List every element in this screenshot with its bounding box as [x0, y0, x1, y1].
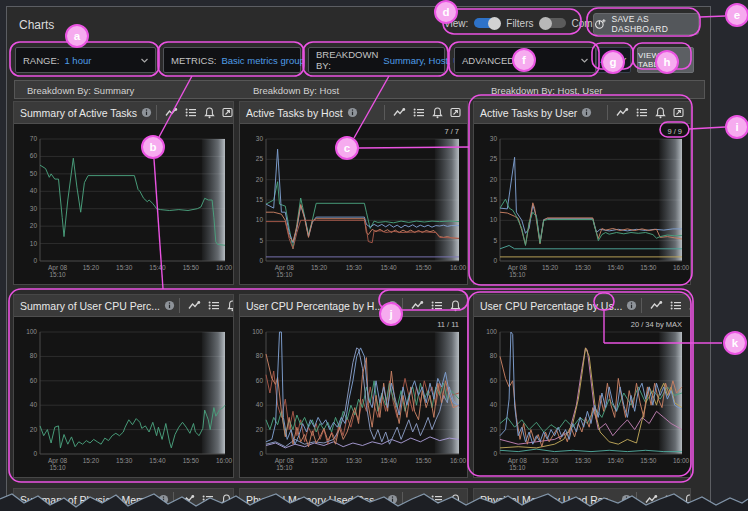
line-chart-icon[interactable] — [188, 300, 201, 311]
chart-icon-group — [402, 298, 468, 313]
advanced-dropdown[interactable]: ADVANCED: — [454, 47, 596, 73]
info-icon[interactable] — [164, 297, 175, 315]
svg-text:40: 40 — [30, 187, 38, 194]
chart-plot[interactable]: 020406080100Apr 0815:1015:2015:3015:4015… — [474, 317, 690, 477]
list-icon[interactable] — [413, 107, 425, 118]
svg-text:15: 15 — [490, 196, 498, 203]
svg-text:100: 100 — [26, 328, 37, 335]
list-icon[interactable] — [665, 494, 677, 505]
svg-text:40: 40 — [490, 401, 498, 408]
info-icon[interactable] — [141, 104, 152, 122]
svg-text:16:00: 16:00 — [673, 264, 690, 271]
svg-text:100: 100 — [252, 328, 263, 335]
svg-text:15:50: 15:50 — [183, 264, 200, 271]
list-icon[interactable] — [431, 300, 443, 311]
svg-text:5: 5 — [493, 237, 497, 244]
svg-text:0: 0 — [33, 450, 37, 457]
info-icon[interactable] — [387, 297, 398, 315]
line-chart-icon[interactable] — [411, 494, 424, 505]
chart-card: Summary of User CPU Perc...020406080100A… — [13, 294, 234, 478]
info-icon[interactable] — [626, 297, 637, 315]
info-icon[interactable] — [581, 104, 592, 122]
svg-text:15:30: 15:30 — [346, 457, 363, 464]
bell-icon[interactable] — [684, 494, 691, 506]
svg-text:0: 0 — [259, 450, 263, 457]
list-icon[interactable] — [202, 494, 214, 505]
svg-text:15:30: 15:30 — [116, 457, 133, 464]
svg-text:30: 30 — [490, 135, 498, 142]
svg-text:15:10: 15:10 — [509, 464, 526, 471]
info-icon[interactable] — [347, 104, 358, 122]
list-icon[interactable] — [670, 300, 682, 311]
list-icon[interactable] — [208, 300, 220, 311]
bell-icon[interactable] — [689, 300, 691, 312]
line-chart-icon[interactable] — [411, 300, 424, 311]
view-toggle-group: View: Filters Compact — [444, 11, 612, 35]
chart-title: Summary of User CPU Perc... — [20, 300, 160, 312]
page-title: Charts — [19, 18, 54, 32]
chart-plot[interactable]: 051015202530Apr 0815:1015:2015:3015:4015… — [240, 124, 467, 284]
line-chart-icon[interactable] — [645, 494, 658, 505]
bell-icon[interactable] — [227, 300, 234, 312]
line-chart-icon[interactable] — [182, 494, 195, 505]
svg-text:16:00: 16:00 — [450, 264, 467, 271]
bell-icon[interactable] — [450, 300, 461, 312]
bell-icon[interactable] — [432, 107, 443, 119]
export-icon[interactable] — [673, 107, 684, 118]
filters-toggle[interactable] — [474, 18, 500, 28]
chart-header: Active Tasks by Host — [240, 102, 467, 124]
svg-text:25: 25 — [490, 155, 498, 162]
svg-text:5: 5 — [259, 237, 263, 244]
svg-text:15:40: 15:40 — [149, 264, 166, 271]
chart-plot[interactable]: 020406080100Apr 0815:1015:2015:3015:4015… — [14, 317, 233, 477]
bell-icon[interactable] — [204, 107, 215, 119]
svg-text:15:20: 15:20 — [83, 264, 100, 271]
svg-text:15:50: 15:50 — [183, 457, 200, 464]
line-chart-icon[interactable] — [165, 107, 178, 118]
svg-text:50: 50 — [30, 170, 38, 177]
view-as-table-button[interactable]: VIEW AS TABLE — [637, 47, 694, 73]
chart-card: User CPU Percentage by H...020406080100A… — [239, 294, 468, 478]
export-icon[interactable] — [450, 107, 461, 118]
series-count-label: 20 / 34 by MAX — [631, 320, 682, 329]
chart-plot[interactable]: 010203040506070Apr 0815:1015:2015:3015:4… — [14, 124, 233, 284]
toggle-knob — [488, 17, 501, 30]
chart-card: Summary of Active Tasks010203040506070Ap… — [13, 101, 234, 285]
svg-text:16:00: 16:00 — [216, 264, 233, 271]
save-as-dashboard-button[interactable]: SAVE AS DASHBOARD — [593, 13, 699, 35]
range-dropdown[interactable]: RANGE: 1 hour — [15, 47, 156, 73]
chart-title: User CPU Percentage by Us... — [480, 300, 622, 312]
svg-text:40: 40 — [256, 401, 264, 408]
breakdown-by-dropdown[interactable]: BREAKDOWN BY: Summary, Host, User — [308, 47, 445, 73]
info-icon[interactable] — [387, 491, 398, 509]
compact-toggle[interactable] — [540, 18, 566, 28]
bell-icon[interactable] — [655, 107, 666, 119]
chart-title: Physical Memory Used Rss... — [480, 494, 617, 506]
metrics-dropdown[interactable]: METRICS: Basic metrics group — [163, 47, 301, 73]
svg-text:15:30: 15:30 — [116, 264, 133, 271]
bell-icon[interactable] — [450, 494, 461, 506]
chart-header: Physical Memory Used Rss... — [474, 489, 690, 511]
line-chart-icon[interactable] — [650, 300, 663, 311]
svg-text:60: 60 — [30, 377, 38, 384]
svg-text:15:10: 15:10 — [276, 464, 293, 471]
svg-text:15:20: 15:20 — [542, 457, 559, 464]
apply-button[interactable]: APPLY — [596, 47, 631, 73]
chart-plot[interactable]: 051015202530Apr 0815:1015:2015:3015:4015… — [474, 124, 690, 284]
bell-icon[interactable] — [221, 494, 232, 506]
info-icon[interactable] — [158, 491, 169, 509]
svg-text:15:50: 15:50 — [415, 264, 432, 271]
svg-text:15:50: 15:50 — [415, 457, 432, 464]
line-chart-icon[interactable] — [393, 107, 406, 118]
list-icon[interactable] — [185, 107, 197, 118]
svg-text:40: 40 — [30, 401, 38, 408]
svg-text:15:20: 15:20 — [311, 457, 328, 464]
list-icon[interactable] — [636, 107, 648, 118]
line-chart-icon[interactable] — [616, 107, 629, 118]
svg-text:15: 15 — [256, 196, 264, 203]
info-icon[interactable] — [621, 491, 632, 509]
export-icon[interactable] — [222, 107, 233, 118]
list-icon[interactable] — [431, 494, 443, 505]
chevron-down-icon — [141, 58, 148, 63]
chart-plot[interactable]: 020406080100Apr 0815:1015:2015:3015:4015… — [240, 317, 467, 477]
